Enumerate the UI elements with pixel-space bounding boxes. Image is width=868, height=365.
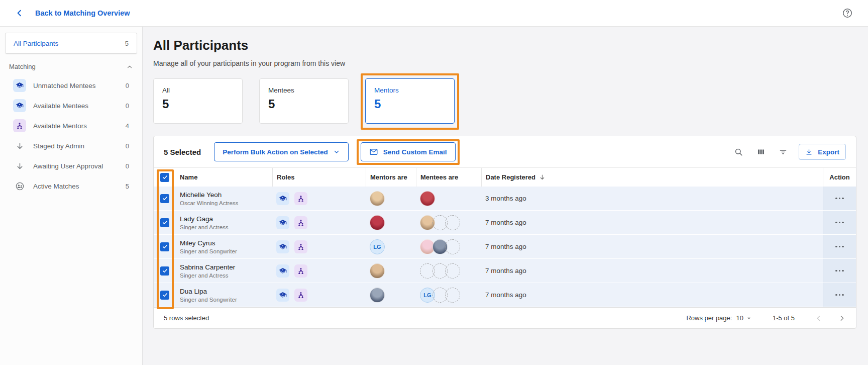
sidebar-item-count: 5 bbox=[126, 182, 132, 190]
sidebar-item-label: Available Mentees bbox=[33, 102, 119, 110]
chevron-up-icon[interactable] bbox=[126, 63, 133, 70]
help-icon[interactable] bbox=[842, 8, 853, 19]
row-actions-button[interactable] bbox=[832, 195, 847, 203]
participant-name: Miley Cyrus bbox=[180, 239, 215, 247]
role-mentor-icon bbox=[294, 289, 307, 302]
sidebar-item-all-participants[interactable]: All Participants 5 bbox=[5, 33, 137, 54]
select-all-checkbox[interactable] bbox=[160, 173, 169, 182]
mentors-are-cell bbox=[366, 283, 416, 307]
stat-card-wrap-all: All5 bbox=[153, 78, 243, 124]
date-registered-cell: 3 months ago bbox=[481, 187, 823, 210]
mentors-are-cell bbox=[366, 211, 416, 234]
sidebar: All Participants 5 Matching Unmatched Me… bbox=[0, 27, 143, 365]
participant-initials-avatar[interactable]: LG bbox=[370, 239, 385, 254]
sort-desc-icon bbox=[538, 173, 546, 181]
row-checkbox[interactable] bbox=[160, 242, 169, 251]
column-header-date-registered[interactable]: Date Registered bbox=[481, 168, 823, 187]
roles-cell bbox=[272, 187, 366, 210]
stat-card-all[interactable]: All5 bbox=[153, 78, 243, 124]
date-registered-label: Date Registered bbox=[486, 173, 535, 181]
stat-card-label: All bbox=[162, 86, 234, 94]
participant-avatar[interactable] bbox=[370, 263, 385, 279]
date-registered-cell: 7 months ago bbox=[481, 283, 823, 307]
empty-slot-avatar bbox=[445, 288, 460, 303]
sidebar-section-matching[interactable]: Matching bbox=[5, 54, 137, 75]
participant-subtitle: Singer and Actress bbox=[180, 272, 229, 279]
columns-icon[interactable] bbox=[756, 147, 766, 156]
mentee-icon bbox=[13, 79, 26, 92]
date-registered-cell: 7 months ago bbox=[481, 259, 823, 283]
participant-avatar[interactable] bbox=[370, 191, 385, 206]
participant-subtitle: Singer and Songwriter bbox=[180, 297, 237, 303]
row-checkbox[interactable] bbox=[160, 218, 169, 227]
row-checkbox[interactable] bbox=[160, 266, 169, 276]
mentees-are-cell bbox=[416, 211, 481, 234]
participant-subtitle: Singer and Songwriter bbox=[180, 248, 237, 254]
participant-avatar[interactable] bbox=[370, 288, 385, 303]
rows-per-page-value: 10 bbox=[736, 314, 743, 322]
row-actions-button[interactable] bbox=[832, 291, 847, 299]
next-page-icon[interactable] bbox=[838, 314, 846, 322]
sidebar-item-staged-by-admin[interactable]: Staged by Admin0 bbox=[5, 136, 137, 156]
roles-cell bbox=[272, 283, 366, 307]
table-row-miley-cyrus[interactable]: Miley CyrusSinger and SongwriterLG7 mont… bbox=[154, 235, 856, 259]
sidebar-item-awaiting-user-approval[interactable]: Awaiting User Approval0 bbox=[5, 156, 137, 176]
rows-per-page-select[interactable]: 10 bbox=[736, 314, 751, 322]
back-button[interactable]: Back to Matching Overview bbox=[15, 9, 130, 18]
participant-avatar[interactable] bbox=[370, 215, 385, 230]
column-header-mentors-are[interactable]: Mentors are bbox=[366, 168, 416, 187]
stat-card-value: 5 bbox=[374, 97, 446, 111]
row-checkbox[interactable] bbox=[160, 194, 169, 203]
row-actions-button[interactable] bbox=[832, 243, 847, 251]
sidebar-item-label: Unmatched Mentees bbox=[33, 82, 119, 89]
sidebar-item-unmatched-mentees[interactable]: Unmatched Mentees0 bbox=[5, 75, 137, 96]
column-header-action: Action bbox=[823, 168, 856, 187]
send-custom-email-button[interactable]: Send Custom Email bbox=[361, 142, 456, 161]
date-registered-cell: 7 months ago bbox=[481, 235, 823, 258]
role-mentee-icon bbox=[276, 240, 289, 253]
row-actions-button[interactable] bbox=[832, 219, 847, 227]
sidebar-item-available-mentees[interactable]: Available Mentees0 bbox=[5, 96, 137, 116]
participant-avatar[interactable] bbox=[420, 191, 435, 206]
empty-slot-avatar bbox=[445, 263, 460, 279]
search-icon[interactable] bbox=[734, 147, 743, 157]
row-actions-button[interactable] bbox=[832, 267, 847, 275]
stat-card-mentees[interactable]: Mentees5 bbox=[259, 78, 349, 124]
send-email-label: Send Custom Email bbox=[383, 148, 447, 156]
table-row-michelle-yeoh[interactable]: Michelle YeohOscar Winning Actress3 mont… bbox=[154, 187, 856, 211]
arrow-down-icon bbox=[13, 159, 26, 172]
rows-selected-label: 5 rows selected bbox=[164, 314, 209, 322]
selected-count-label: 5 Selected bbox=[164, 148, 201, 156]
column-header-name[interactable]: Name bbox=[176, 168, 272, 187]
sidebar-item-count: 0 bbox=[126, 102, 132, 110]
participant-subtitle: Singer and Actress bbox=[180, 224, 229, 230]
date-registered-cell: 7 months ago bbox=[481, 211, 823, 234]
mentees-are-cell bbox=[416, 187, 481, 210]
row-checkbox[interactable] bbox=[160, 291, 169, 300]
column-header-roles[interactable]: Roles bbox=[272, 168, 366, 187]
column-header-mentees-are[interactable]: Mentees are bbox=[416, 168, 481, 187]
role-mentee-icon bbox=[276, 216, 289, 229]
bulk-action-button[interactable]: Perform Bulk Action on Selected bbox=[214, 142, 349, 161]
stat-card-mentors[interactable]: Mentors5 bbox=[365, 78, 455, 124]
table-row-lady-gaga[interactable]: Lady GagaSinger and Actress7 months ago bbox=[154, 211, 856, 235]
rows-per-page-label: Rows per page: bbox=[686, 314, 732, 322]
back-link-label[interactable]: Back to Matching Overview bbox=[35, 9, 130, 17]
previous-page-icon[interactable] bbox=[815, 314, 823, 322]
bulk-action-label: Perform Bulk Action on Selected bbox=[223, 148, 328, 156]
mentors-are-cell: LG bbox=[366, 235, 416, 258]
arrow-down-icon bbox=[13, 139, 26, 152]
sidebar-item-available-mentors[interactable]: Available Mentors4 bbox=[5, 116, 137, 136]
export-button[interactable]: Export bbox=[799, 144, 846, 160]
table-row-sabrina-carpenter[interactable]: Sabrina CarpenterSinger and Actress7 mon… bbox=[154, 259, 856, 283]
filter-icon[interactable] bbox=[779, 147, 788, 156]
sidebar-item-label: Awaiting User Approval bbox=[33, 162, 119, 170]
table-row-dua-lipa[interactable]: Dua LipaSinger and SongwriterLG7 months … bbox=[154, 283, 856, 307]
stat-cards: All5Mentees5Mentors5 bbox=[153, 78, 856, 124]
role-mentor-icon bbox=[294, 240, 307, 253]
participants-panel: 5 Selected Perform Bulk Action on Select… bbox=[153, 136, 856, 329]
table-toolbar: 5 Selected Perform Bulk Action on Select… bbox=[154, 136, 856, 167]
table-header: Name Roles Mentors are Mentees are Date … bbox=[154, 167, 856, 187]
sidebar-item-count: 4 bbox=[126, 122, 132, 130]
sidebar-item-active-matches[interactable]: Active Matches5 bbox=[5, 176, 137, 196]
